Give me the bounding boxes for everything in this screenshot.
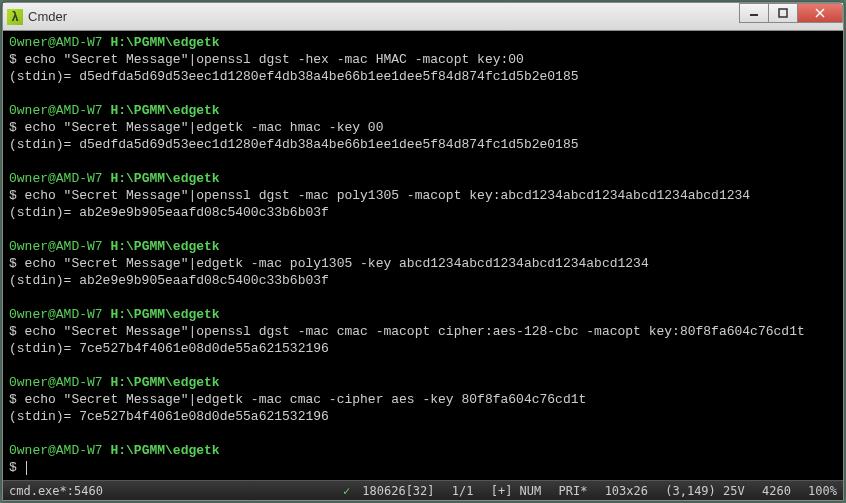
output-line: (stdin)= ab2e9e9b905eaafd08c5400c33b6b03… — [9, 272, 837, 289]
status-left: cmd.exe*:5460 — [9, 484, 103, 498]
blank-line — [9, 85, 837, 102]
prompt-line: 0wner@AMD-W7 H:\PGMM\edgetk — [9, 238, 837, 255]
status-pri: PRI* — [559, 484, 588, 498]
command-line: $ echo "Secret Message"|openssl dgst -he… — [9, 51, 837, 68]
prompt-user-host: 0wner@AMD-W7 — [9, 443, 103, 458]
prompt-line: 0wner@AMD-W7 H:\PGMM\edgetk — [9, 442, 837, 459]
output-line: (stdin)= d5edfda5d69d53eec1d1280ef4db38a… — [9, 68, 837, 85]
prompt-line: 0wner@AMD-W7 H:\PGMM\edgetk — [9, 170, 837, 187]
prompt-path: H:\PGMM\edgetk — [110, 103, 219, 118]
command-line: $ echo "Secret Message"|edgetk -mac cmac… — [9, 391, 837, 408]
prompt-line: 0wner@AMD-W7 H:\PGMM\edgetk — [9, 102, 837, 119]
close-button[interactable] — [797, 3, 843, 23]
prompt-user-host: 0wner@AMD-W7 — [9, 103, 103, 118]
blank-line — [9, 357, 837, 374]
minimize-button[interactable] — [739, 3, 769, 23]
prompt-line: 0wner@AMD-W7 H:\PGMM\edgetk — [9, 306, 837, 323]
prompt-path: H:\PGMM\edgetk — [110, 35, 219, 50]
prompt-path: H:\PGMM\edgetk — [110, 443, 219, 458]
cursor — [26, 461, 27, 475]
status-pages: 1/1 — [452, 484, 474, 498]
maximize-icon — [778, 8, 788, 18]
status-zoom: 100% — [808, 484, 837, 498]
terminal-body[interactable]: 0wner@AMD-W7 H:\PGMM\edgetk$ echo "Secre… — [3, 31, 843, 480]
status-right: ✓180626[32] 1/1 [+] NUM PRI* 103x26 (3,1… — [323, 484, 837, 498]
app-icon: λ — [7, 9, 23, 25]
command-line: $ echo "Secret Message"|openssl dgst -ma… — [9, 323, 837, 340]
command-line: $ echo "Secret Message"|edgetk -mac hmac… — [9, 119, 837, 136]
prompt-user-host: 0wner@AMD-W7 — [9, 35, 103, 50]
prompt-path: H:\PGMM\edgetk — [110, 171, 219, 186]
window-controls — [740, 3, 843, 23]
prompt-path: H:\PGMM\edgetk — [110, 375, 219, 390]
blank-line — [9, 221, 837, 238]
command-line: $ echo "Secret Message"|openssl dgst -ma… — [9, 187, 837, 204]
prompt-path: H:\PGMM\edgetk — [110, 307, 219, 322]
status-mem: 4260 — [762, 484, 791, 498]
prompt-path: H:\PGMM\edgetk — [110, 239, 219, 254]
blank-line — [9, 289, 837, 306]
titlebar[interactable]: λ Cmder — [3, 3, 843, 31]
output-line: (stdin)= 7ce527b4f4061e08d0de55a62153219… — [9, 408, 837, 425]
output-line: (stdin)= ab2e9e9b905eaafd08c5400c33b6b03… — [9, 204, 837, 221]
prompt-user-host: 0wner@AMD-W7 — [9, 307, 103, 322]
blank-line — [9, 153, 837, 170]
minimize-icon — [749, 8, 759, 18]
prompt-user-host: 0wner@AMD-W7 — [9, 171, 103, 186]
blank-line — [9, 425, 837, 442]
status-pos: (3,149) 25V — [665, 484, 744, 498]
svg-rect-1 — [779, 9, 787, 17]
window-title: Cmder — [28, 9, 67, 24]
prompt-user-host: 0wner@AMD-W7 — [9, 375, 103, 390]
statusbar: cmd.exe*:5460 ✓180626[32] 1/1 [+] NUM PR… — [3, 480, 843, 500]
prompt-line: 0wner@AMD-W7 H:\PGMM\edgetk — [9, 34, 837, 51]
status-size: 103x26 — [605, 484, 648, 498]
current-input-line[interactable]: $ — [9, 459, 837, 476]
output-line: (stdin)= d5edfda5d69d53eec1d1280ef4db38a… — [9, 136, 837, 153]
status-caps: [+] NUM — [491, 484, 542, 498]
output-line: (stdin)= 7ce527b4f4061e08d0de55a62153219… — [9, 340, 837, 357]
command-line: $ echo "Secret Message"|edgetk -mac poly… — [9, 255, 837, 272]
close-icon — [815, 8, 825, 18]
status-info: ✓180626[32] — [333, 484, 434, 498]
prompt-line: 0wner@AMD-W7 H:\PGMM\edgetk — [9, 374, 837, 391]
app-window: λ Cmder 0wner@AMD-W7 H:\PGMM\edgetk$ ech… — [2, 2, 844, 501]
prompt-user-host: 0wner@AMD-W7 — [9, 239, 103, 254]
maximize-button[interactable] — [768, 3, 798, 23]
